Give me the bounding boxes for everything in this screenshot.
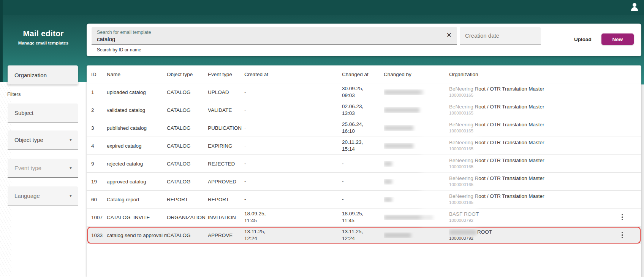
organization-number: 1000000165 [449, 92, 613, 98]
cell-created-at: 13.11.25, 12:24 [244, 228, 342, 242]
upload-button[interactable]: Upload [567, 33, 598, 45]
column-header-changed-by: Changed by [384, 72, 449, 77]
cell-changed-at: 02.06.23, 13:03 [342, 103, 384, 116]
tab-organization-label: Organization [14, 72, 47, 78]
cell-name: published catalog [107, 125, 167, 131]
table-row[interactable]: 3 published catalog CATALOG PUBLICATION … [87, 119, 641, 137]
tab-organization[interactable]: Organization [8, 65, 78, 84]
table-row[interactable]: 9 rejected catalog CATALOG REJECTED - - … [87, 155, 641, 173]
cell-object-type: CATALOG [167, 232, 208, 238]
chevron-down-icon: ▼ [69, 166, 73, 170]
object-type-filter-label: Object type [14, 137, 43, 143]
organization-number: 1000000165 [449, 200, 613, 205]
row-menu-button[interactable] [617, 230, 628, 240]
table-row[interactable]: 19 approved catalog CATALOG APPROVED - -… [87, 173, 641, 191]
kebab-dot [622, 214, 623, 216]
left-edge-decoration [0, 0, 3, 82]
table-row[interactable]: 60 Catalog report REPORT REPORT - - BeNe… [87, 191, 641, 209]
chevron-down-icon: ▼ [69, 138, 73, 142]
filters-heading: Filters [7, 91, 21, 97]
cell-organization: ROOT 1000003792 [449, 229, 617, 241]
column-header-object-type: Object type [167, 72, 208, 77]
column-header-created-at: Created at [244, 72, 342, 77]
cell-changed-at: 20.11.23, 15:14 [342, 139, 384, 152]
organization-name: BeNeering Root / OTR Translation Master [449, 193, 613, 199]
sidebar: Mail editor Manage email templates Organ… [0, 15, 87, 277]
cell-event-type: REJECTED [208, 161, 244, 167]
cell-changed-by [384, 232, 449, 238]
organization-number: 1000000165 [449, 128, 613, 134]
cell-organization: BeNeering Root / OTR Translation Master … [449, 158, 617, 169]
table-row[interactable]: 2 validated catalog CATALOG VALIDATE - 0… [87, 101, 641, 119]
cell-changed-at: - [342, 178, 384, 185]
cell-name: expired catalog [107, 143, 167, 149]
creation-date-placeholder: Creation date [465, 32, 499, 39]
cell-actions [617, 212, 641, 223]
table-row[interactable]: 4 expired catalog CATALOG EXPIRING - 20.… [87, 137, 641, 155]
table-row[interactable]: 1033 catalog send to approval my co... C… [87, 226, 641, 244]
clear-search-icon[interactable]: ✕ [446, 32, 452, 38]
org-redaction [449, 230, 476, 235]
cell-organization: BeNeering Root / OTR Translation Master … [449, 193, 617, 205]
cell-name: rejected catalog [107, 161, 167, 167]
cell-organization: BeNeering Root / OTR Translation Master … [449, 175, 617, 187]
table-row[interactable]: 1 uploaded catalog CATALOG UPLOAD - 30.0… [87, 83, 641, 101]
cell-id: 19 [91, 179, 107, 185]
cell-object-type: CATALOG [167, 179, 208, 185]
cell-event-type: APPROVE [208, 232, 244, 238]
cell-changed-by [384, 107, 449, 113]
cell-id: 3 [91, 125, 107, 131]
kebab-dot [622, 234, 623, 236]
search-toolbar-card: Search for email template catalog ✕ Sear… [87, 24, 641, 56]
cell-created-at: 18.09.25, 11:45 [244, 210, 342, 224]
cell-created-at: - [244, 107, 342, 113]
cell-created-at: - [244, 89, 342, 96]
changed-by-redaction [384, 143, 413, 148]
search-input-value: catalog [97, 36, 115, 42]
chevron-down-icon: ▼ [69, 194, 73, 198]
cell-event-type: INVITATION [208, 215, 244, 220]
scrollbar-track[interactable] [641, 84, 644, 277]
table-row[interactable]: 1007 CATALOG_INVITE ORGANIZATION INVITAT… [87, 209, 641, 226]
kebab-dot [622, 217, 623, 218]
cell-id: 60 [91, 197, 107, 202]
organization-number: 1000003792 [449, 218, 613, 223]
search-hint-text: Search by ID or name [97, 47, 141, 53]
cell-id: 1033 [91, 232, 107, 238]
object-type-filter-select[interactable]: Object type ▼ [8, 131, 78, 150]
new-button[interactable]: New [601, 33, 634, 45]
table-body: 1 uploaded catalog CATALOG UPLOAD - 30.0… [87, 83, 641, 244]
column-header-organization: Organization [449, 72, 617, 77]
event-type-filter-select[interactable]: Event type ▼ [8, 159, 78, 178]
cell-changed-by [384, 89, 449, 95]
changed-by-redaction [384, 161, 392, 166]
cell-changed-at: 25.06.24, 16:10 [342, 121, 384, 134]
organization-number: 1000000165 [449, 182, 613, 188]
search-input[interactable]: Search for email template catalog ✕ [92, 27, 457, 45]
cell-id: 9 [91, 161, 107, 167]
user-account-icon[interactable] [630, 2, 639, 12]
kebab-dot [622, 232, 623, 234]
changed-by-redaction [384, 126, 413, 131]
row-menu-button[interactable] [617, 212, 628, 223]
cell-name: validated catalog [107, 107, 167, 113]
cell-changed-by [384, 215, 449, 220]
creation-date-input[interactable]: Creation date [460, 27, 541, 45]
cell-object-type: CATALOG [167, 143, 208, 149]
language-filter-label: Language [14, 193, 40, 199]
subject-filter-input[interactable]: Subject [8, 103, 78, 123]
cell-object-type: CATALOG [167, 161, 208, 167]
column-header-changed-at: Changed at [342, 72, 384, 77]
changed-by-redaction [384, 197, 392, 202]
organization-number: 1000000165 [449, 146, 613, 152]
cell-event-type: VALIDATE [208, 107, 244, 113]
organization-name: ROOT [449, 229, 613, 235]
language-filter-select[interactable]: Language ▼ [8, 186, 78, 205]
cell-changed-by [384, 179, 449, 185]
cell-organization: BASF ROOT 1000003792 [449, 211, 617, 223]
organization-name: BeNeering Root / OTR Translation Master [449, 122, 613, 128]
user-icon-head [633, 3, 636, 7]
organization-name: BeNeering Root / OTR Translation Master [449, 158, 613, 164]
cell-actions [617, 230, 641, 240]
user-icon-body [631, 7, 638, 11]
